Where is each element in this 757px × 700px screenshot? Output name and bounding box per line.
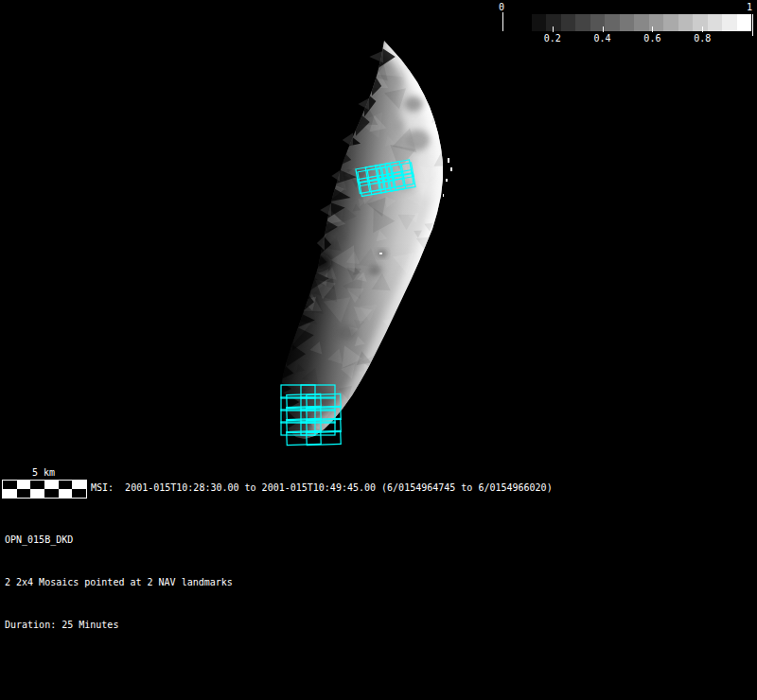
scale-checker-cell <box>3 489 17 498</box>
crater-shadow <box>323 135 343 152</box>
crater-shadow <box>336 325 357 341</box>
scale-checker-cell <box>72 481 86 489</box>
scale-bar-checker <box>2 480 87 499</box>
limb-speck <box>443 194 444 197</box>
limb-speck <box>450 167 452 171</box>
sequence-id: OPN_015B_DKD <box>5 533 233 547</box>
crater-shadow <box>328 230 345 243</box>
scale-checker-cell <box>59 481 73 489</box>
mosaic-description: 2 2x4 Mosaics pointed at 2 NAV landmarks <box>5 575 233 589</box>
scale-checker-cell <box>44 481 59 489</box>
msi-sequence-view: 0 1 0.20.40.60.8 5 km MSI: 2001-015T10:2… <box>0 0 757 700</box>
limb-speck <box>448 158 449 163</box>
scale-checker-cell <box>17 489 31 498</box>
scale-bar-label: 5 km <box>2 467 85 479</box>
limb-speck <box>446 179 448 182</box>
duration-label: Duration: 25 Minutes <box>5 618 233 632</box>
scale-checker-cell <box>30 489 44 498</box>
sequence-info: OPN_015B_DKD 2 2x4 Mosaics pointed at 2 … <box>5 504 233 660</box>
crater-shadow <box>405 130 430 150</box>
crater-shadow <box>404 96 423 112</box>
msi-time-range: MSI: 2001-015T10:28:30.00 to 2001-015T10… <box>91 482 553 494</box>
scale-checker-cell <box>3 481 17 489</box>
crater-shadow <box>368 266 381 275</box>
scale-checker-cell <box>17 481 31 489</box>
scale-checker-cell <box>30 481 44 489</box>
scale-checker-cell <box>59 489 73 498</box>
scale-checker-cell <box>44 489 59 498</box>
crater-shadow <box>391 120 404 131</box>
asteroid-surface-detail <box>265 36 458 452</box>
scale-checker-cell <box>72 489 86 498</box>
